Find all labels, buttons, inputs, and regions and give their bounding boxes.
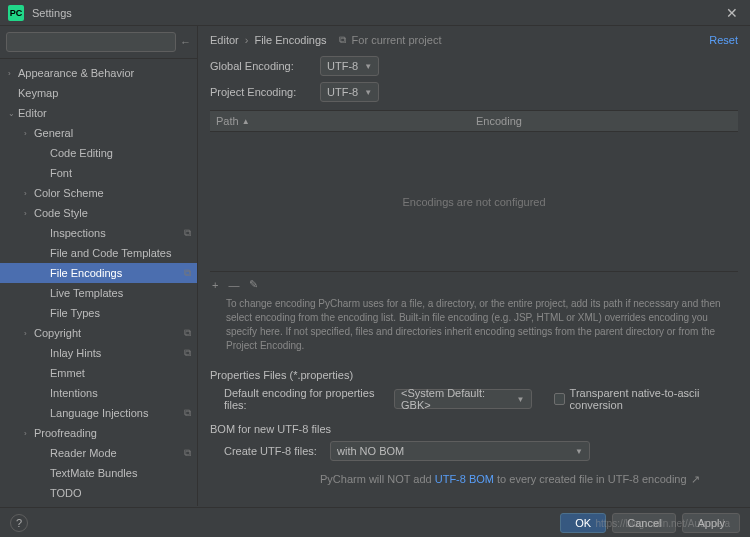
sidebar-item-file-types[interactable]: File Types xyxy=(0,303,197,323)
global-encoding-label: Global Encoding: xyxy=(210,60,310,72)
sidebar-item-label: File Encodings xyxy=(50,267,122,279)
tree-arrow-icon: › xyxy=(24,129,34,138)
titlebar: PC Settings ✕ xyxy=(0,0,750,26)
properties-default-row: Default encoding for properties files: <… xyxy=(210,387,738,411)
encoding-table-body: Encodings are not configured xyxy=(210,132,738,272)
breadcrumb-root[interactable]: Editor xyxy=(210,34,239,46)
transparent-conversion-label: Transparent native-to-ascii conversion xyxy=(570,387,738,411)
cancel-button[interactable]: Cancel xyxy=(612,513,676,533)
help-text: To change encoding PyCharm uses for a fi… xyxy=(210,297,738,363)
sidebar-item-language-injections[interactable]: Language Injections⧉ xyxy=(0,403,197,423)
column-path-label: Path xyxy=(216,115,239,127)
project-badge-icon: ⧉ xyxy=(184,347,191,359)
tree-arrow-icon: ⌄ xyxy=(8,109,18,118)
project-scope-label: For current project xyxy=(352,34,442,46)
sidebar-item-reader-mode[interactable]: Reader Mode⧉ xyxy=(0,443,197,463)
project-badge-icon: ⧉ xyxy=(184,227,191,239)
sidebar-item-appearance-behavior[interactable]: ›Appearance & Behavior xyxy=(0,63,197,83)
sidebar-item-todo[interactable]: TODO xyxy=(0,483,197,503)
close-icon[interactable]: ✕ xyxy=(722,5,742,21)
app-logo-icon: PC xyxy=(8,5,24,21)
bom-section-title: BOM for new UTF-8 files xyxy=(210,423,738,435)
search-row: ← xyxy=(0,26,197,59)
global-encoding-row: Global Encoding: UTF-8 ▼ xyxy=(210,56,738,76)
project-scope-icon: ⧉ xyxy=(339,34,346,46)
main-area: ← ›Appearance & BehaviorKeymap⌄Editor›Ge… xyxy=(0,26,750,506)
search-input[interactable] xyxy=(6,32,176,52)
sidebar-item-label: Appearance & Behavior xyxy=(18,67,134,79)
chevron-down-icon: ▼ xyxy=(575,447,583,456)
bom-create-value: with NO BOM xyxy=(337,445,404,457)
settings-tree: ›Appearance & BehaviorKeymap⌄Editor›Gene… xyxy=(0,59,197,506)
external-link-icon: ↗ xyxy=(691,473,700,485)
sidebar-item-copyright[interactable]: ›Copyright⧉ xyxy=(0,323,197,343)
tree-arrow-icon: › xyxy=(24,209,34,218)
sidebar-item-live-templates[interactable]: Live Templates xyxy=(0,283,197,303)
tree-arrow-icon: › xyxy=(24,329,34,338)
sidebar-item-label: Proofreading xyxy=(34,427,97,439)
properties-default-label: Default encoding for properties files: xyxy=(224,387,384,411)
table-toolbar: + — ✎ xyxy=(210,272,738,297)
search-back-icon[interactable]: ← xyxy=(180,36,191,48)
remove-icon[interactable]: — xyxy=(228,279,239,291)
apply-button[interactable]: Apply xyxy=(682,513,740,533)
breadcrumb: Editor › File Encodings ⧉ For current pr… xyxy=(210,34,738,46)
project-encoding-dropdown[interactable]: UTF-8 ▼ xyxy=(320,82,379,102)
content-panel: Editor › File Encodings ⧉ For current pr… xyxy=(198,26,750,506)
bom-note-link[interactable]: UTF-8 BOM xyxy=(435,473,494,485)
project-badge-icon: ⧉ xyxy=(184,447,191,459)
sidebar-item-label: Language Injections xyxy=(50,407,148,419)
help-button[interactable]: ? xyxy=(10,514,28,532)
properties-section-title: Properties Files (*.properties) xyxy=(210,369,738,381)
sidebar-item-label: Editor xyxy=(18,107,47,119)
global-encoding-value: UTF-8 xyxy=(327,60,358,72)
sidebar-item-label: Code Editing xyxy=(50,147,113,159)
breadcrumb-current: File Encodings xyxy=(254,34,326,46)
ok-button[interactable]: OK xyxy=(560,513,606,533)
properties-default-dropdown[interactable]: <System Default: GBK> ▼ xyxy=(394,389,532,409)
reset-link[interactable]: Reset xyxy=(709,34,738,46)
sidebar-item-label: Inspections xyxy=(50,227,106,239)
sidebar-item-label: Color Scheme xyxy=(34,187,104,199)
add-icon[interactable]: + xyxy=(212,279,218,291)
sidebar-item-label: TextMate Bundles xyxy=(50,467,137,479)
sidebar-item-label: Intentions xyxy=(50,387,98,399)
chevron-down-icon: ▼ xyxy=(364,62,372,71)
sidebar-item-textmate-bundles[interactable]: TextMate Bundles xyxy=(0,463,197,483)
bom-create-label: Create UTF-8 files: xyxy=(224,445,320,457)
column-path[interactable]: Path ▲ xyxy=(216,115,476,127)
sidebar-item-color-scheme[interactable]: ›Color Scheme xyxy=(0,183,197,203)
column-encoding[interactable]: Encoding xyxy=(476,115,522,127)
sidebar-item-label: Copyright xyxy=(34,327,81,339)
sidebar-item-inlay-hints[interactable]: Inlay Hints⧉ xyxy=(0,343,197,363)
sidebar-item-general[interactable]: ›General xyxy=(0,123,197,143)
window-title: Settings xyxy=(32,7,722,19)
table-empty-text: Encodings are not configured xyxy=(402,196,545,208)
sidebar-item-editor[interactable]: ⌄Editor xyxy=(0,103,197,123)
sidebar-item-font[interactable]: Font xyxy=(0,163,197,183)
sidebar-item-inspections[interactable]: Inspections⧉ xyxy=(0,223,197,243)
sidebar-item-code-editing[interactable]: Code Editing xyxy=(0,143,197,163)
sidebar-item-file-encodings[interactable]: File Encodings⧉ xyxy=(0,263,197,283)
sidebar-item-emmet[interactable]: Emmet xyxy=(0,363,197,383)
sidebar-item-proofreading[interactable]: ›Proofreading xyxy=(0,423,197,443)
checkbox-box-icon xyxy=(554,393,565,405)
sidebar-item-intentions[interactable]: Intentions xyxy=(0,383,197,403)
sidebar-item-file-and-code-templates[interactable]: File and Code Templates xyxy=(0,243,197,263)
project-badge-icon: ⧉ xyxy=(184,267,191,279)
sidebar-item-label: General xyxy=(34,127,73,139)
sidebar-item-plugins[interactable]: Plugins⧉ xyxy=(0,503,197,506)
sidebar-item-code-style[interactable]: ›Code Style xyxy=(0,203,197,223)
project-badge-icon: ⧉ xyxy=(184,407,191,419)
global-encoding-dropdown[interactable]: UTF-8 ▼ xyxy=(320,56,379,76)
bom-create-row: Create UTF-8 files: with NO BOM ▼ xyxy=(210,441,738,461)
sidebar-item-keymap[interactable]: Keymap xyxy=(0,83,197,103)
project-encoding-value: UTF-8 xyxy=(327,86,358,98)
transparent-conversion-checkbox[interactable]: Transparent native-to-ascii conversion xyxy=(554,387,738,411)
table-header: Path ▲ Encoding xyxy=(210,110,738,132)
edit-icon[interactable]: ✎ xyxy=(249,278,258,291)
sidebar-item-label: Reader Mode xyxy=(50,447,117,459)
bom-create-dropdown[interactable]: with NO BOM ▼ xyxy=(330,441,590,461)
sidebar-item-label: Font xyxy=(50,167,72,179)
sidebar-item-label: Keymap xyxy=(18,87,58,99)
